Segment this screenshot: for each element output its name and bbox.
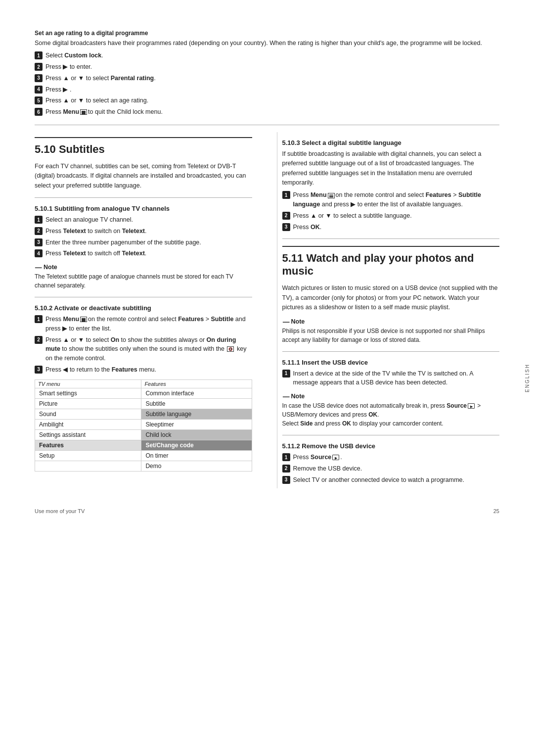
- menu-table-tv-cell: Smart settings: [35, 388, 141, 398]
- subsection-5102-title: 5.10.2 Activate or deactivate subtitling: [35, 304, 252, 312]
- menu-table-tv-cell: Picture: [35, 398, 141, 409]
- menu-table-feat-cell: Set/Change code: [141, 440, 252, 450]
- note-511: ⸻ Note Philips is not responsible if you…: [282, 318, 500, 344]
- table-row: SetupOn timer: [35, 450, 252, 461]
- footer-left: Use more of your TV: [35, 508, 85, 514]
- menu-table-feat-cell: Child lock: [141, 429, 252, 440]
- step-number: 5: [35, 96, 43, 104]
- menu-table-feat-cell: On timer: [141, 450, 252, 461]
- table-row: PictureSubtitle: [35, 398, 252, 409]
- menu-table-feat-cell: Subtitle language: [141, 409, 252, 419]
- step-number: 4: [35, 86, 43, 94]
- note-icon-5101: ⸻: [35, 263, 42, 271]
- section-511-intro: Watch pictures or listen to music stored…: [282, 284, 500, 312]
- note-5111-label: Note: [291, 393, 305, 400]
- list-item: 2Press Teletext to switch on Teletext.: [35, 227, 252, 236]
- step-number: 1: [35, 216, 43, 224]
- top-steps-list: 1Select Custom lock.2Press ▶ to enter.3P…: [35, 51, 499, 117]
- table-row: FeaturesSet/Change code: [35, 440, 252, 450]
- list-item: 2Remove the USB device.: [282, 464, 500, 473]
- note-511-header: ⸻ Note: [282, 318, 500, 326]
- note-5101-text: The Teletext subtitle page of analogue c…: [35, 272, 252, 290]
- steps-5102: 1Press Menuon the remote control and sel…: [35, 315, 252, 375]
- step-text: Press ◀ to return to the Features menu.: [45, 365, 252, 375]
- menu-table-col1-header: TV menu: [35, 379, 141, 388]
- step-text: Press ▲ or ▼ to select Parental rating.: [45, 74, 499, 83]
- menu-table-tv-cell: [35, 461, 141, 471]
- section-510-intro: For each TV channel, subtitles can be se…: [35, 162, 252, 190]
- subsection-5111-title: 5.11.1 Insert the USB device: [282, 359, 500, 366]
- step-text: Enter the three number pagenumber of the…: [45, 238, 252, 247]
- step-number: 2: [35, 336, 43, 344]
- step-number: 1: [35, 315, 43, 323]
- note-5111-text: In case the USB device does not automati…: [282, 401, 500, 428]
- table-row: Settings assistantChild lock: [35, 429, 252, 440]
- list-item: 1Select an analogue TV channel.: [35, 215, 252, 225]
- note-5111-header: ⸻ Note: [282, 392, 500, 400]
- section-510-title: 5.10 Subtitles: [35, 137, 252, 156]
- step-number: 4: [35, 249, 43, 257]
- step-text: Select Custom lock.: [45, 51, 499, 60]
- menu-table-tv-cell: Features: [35, 440, 141, 450]
- list-item: 1Press Source▶.: [282, 453, 500, 462]
- list-item: 1Press Menuon the remote control and sel…: [282, 190, 500, 209]
- steps-5103: 1Press Menuon the remote control and sel…: [282, 190, 500, 232]
- right-column: 5.10.3 Select a digital subtitle languag…: [277, 132, 500, 488]
- page-footer: Use more of your TV 25: [35, 508, 499, 514]
- menu-table-feat-cell: Common interface: [141, 388, 252, 398]
- top-intro-section: Set an age rating to a digital programme…: [35, 30, 499, 117]
- step-number: 2: [282, 465, 290, 472]
- footer-right: 25: [493, 508, 499, 514]
- steps-5112: 1Press Source▶.2Remove the USB device.3S…: [282, 453, 500, 484]
- step-text: Press ▲ or ▼ to select On to show the su…: [45, 335, 252, 363]
- list-item: 1Press Menuon the remote control and sel…: [35, 315, 252, 333]
- menu-table-feat-cell: Sleeptimer: [141, 419, 252, 429]
- step-text: Press Teletext to switch off Teletext.: [45, 249, 252, 258]
- menu-table-feat-cell: Demo: [141, 461, 252, 471]
- list-item: 2Press ▲ or ▼ to select On to show the s…: [35, 335, 252, 363]
- step-text: Select an analogue TV channel.: [45, 215, 252, 225]
- menu-table-col2-header: Features: [141, 379, 252, 388]
- note-icon-5111: ⸻: [282, 392, 289, 400]
- note-511-label: Note: [291, 318, 305, 325]
- step-number: 3: [35, 74, 43, 82]
- subsection-5103-title: 5.10.3 Select a digital subtitle languag…: [282, 139, 500, 146]
- left-column: 5.10 Subtitles For each TV channel, subt…: [35, 132, 257, 488]
- list-item: 4Press Teletext to switch off Teletext.: [35, 249, 252, 258]
- menu-table-tv-cell: Sound: [35, 409, 141, 419]
- step-number: 3: [35, 366, 43, 374]
- step-number: 1: [35, 51, 43, 59]
- table-row: SoundSubtitle language: [35, 409, 252, 419]
- step-text: Select TV or another connected device to…: [293, 475, 500, 485]
- steps-5111: 1Insert a device at the side of the TV w…: [282, 369, 500, 388]
- table-row: Smart settingsCommon interface: [35, 388, 252, 398]
- subsection-5101-title: 5.10.1 Subtitling from analogue TV chann…: [35, 205, 252, 212]
- step-number: 6: [35, 108, 43, 116]
- menu-table-feat-cell: Subtitle: [141, 398, 252, 409]
- step-text: Press Source▶.: [293, 453, 500, 462]
- sidebar: ENGLISH: [520, 0, 534, 756]
- step-text: Remove the USB device.: [293, 464, 500, 473]
- step-text: Press Menuon the remote control and sele…: [45, 315, 252, 333]
- list-item: 3Enter the three number pagenumber of th…: [35, 238, 252, 247]
- list-item: 1Select Custom lock.: [35, 51, 499, 60]
- list-item: 4Press ▶ .: [35, 85, 499, 94]
- step-text: Press Menuon the remote control and sele…: [293, 190, 500, 209]
- step-number: 2: [35, 227, 43, 235]
- step-number: 3: [35, 238, 43, 246]
- top-intro-body: Some digital broadcasters have their pro…: [35, 39, 499, 48]
- menu-table-tv-cell: Setup: [35, 450, 141, 461]
- step-text: Press OK.: [293, 223, 500, 232]
- step-number: 3: [282, 476, 290, 484]
- step-number: 2: [35, 63, 43, 71]
- step-number: 3: [282, 223, 290, 231]
- sidebar-label: ENGLISH: [525, 364, 530, 392]
- step-text: Press ▶ .: [45, 85, 499, 94]
- note-5101: ⸻ Note The Teletext subtitle page of ana…: [35, 263, 252, 290]
- menu-table-tv-cell: Ambilight: [35, 419, 141, 429]
- note-511-text: Philips is not responsible if your USB d…: [282, 327, 500, 344]
- subsection-5112-title: 5.11.2 Remove the USB device: [282, 442, 500, 450]
- note-5101-header: ⸻ Note: [35, 263, 252, 271]
- table-row: AmbilightSleeptimer: [35, 419, 252, 429]
- list-item: 3Press ◀ to return to the Features menu.: [35, 365, 252, 375]
